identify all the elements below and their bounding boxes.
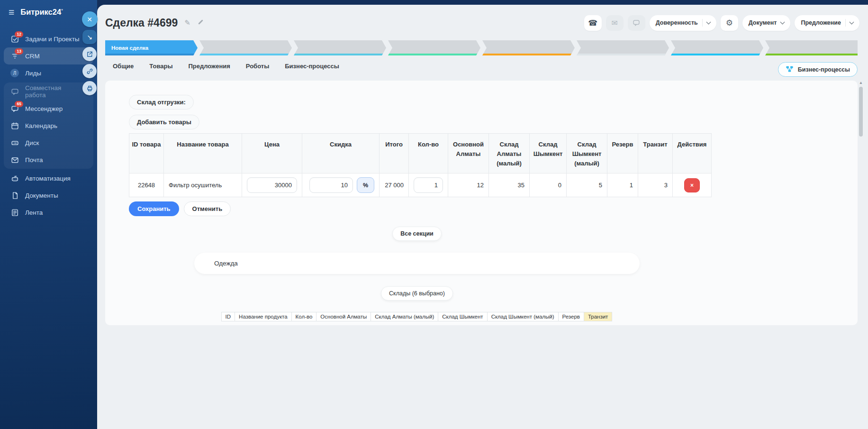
sidebar-item-collaboration[interactable]: Совместная работа	[4, 83, 93, 100]
stage-6[interactable]	[577, 40, 669, 55]
main-almaty-stock: 12	[448, 173, 489, 197]
delete-row-button[interactable]: ×	[684, 178, 700, 192]
col-product-name: Название товара	[164, 134, 242, 173]
chevron-down-icon	[706, 19, 711, 24]
settings-gear-button[interactable]: ⚙	[721, 15, 738, 31]
sidebar-item-label: Почта	[25, 156, 43, 164]
collaboration-group: Совместная работа 65 Мессенджер Календар…	[4, 82, 93, 169]
tasks-badge: 12	[15, 31, 23, 37]
open-new-window-icon[interactable]	[82, 47, 97, 61]
sidebar-item-leads[interactable]: Л Лиды	[4, 64, 93, 82]
save-button[interactable]: Сохранить	[129, 201, 179, 216]
tab-business-processes[interactable]: Бизнес-процессы	[285, 63, 339, 70]
tab-general[interactable]: Общие	[113, 63, 134, 70]
stage-7[interactable]	[671, 40, 763, 55]
stage-5[interactable]	[482, 40, 575, 55]
shipment-warehouse-button[interactable]: Склад отгрузки:	[129, 95, 194, 110]
documents-icon	[10, 191, 19, 200]
transit-value: 3	[638, 173, 673, 197]
sidebar-item-label: Мессенджер	[25, 105, 63, 112]
discount-cell: %	[302, 173, 380, 197]
sidebar-item-calendar[interactable]: Календарь	[4, 117, 93, 134]
total-value: 27 000	[380, 173, 409, 197]
sidebar-item-documents[interactable]: Документы	[4, 187, 93, 204]
chevron-down-icon	[780, 19, 785, 24]
all-sections-button[interactable]: Все секции	[392, 227, 442, 241]
sidebar-item-messenger[interactable]: 65 Мессенджер	[4, 100, 93, 117]
deal-header: Сделка #4699 ✎ ☎ ✉ Доверенность ⚙ Докуме…	[105, 13, 859, 32]
minimize-icon[interactable]: ↘	[82, 30, 97, 44]
deal-stage-bar: Новая сделка	[105, 40, 858, 55]
sidebar-item-crm[interactable]: 13 CRM	[4, 47, 93, 64]
sidebar-item-feed[interactable]: Лента	[4, 204, 93, 221]
sidebar-item-label: CRM	[25, 53, 40, 60]
add-products-button[interactable]: Добавить товары	[129, 115, 199, 129]
price-input[interactable]	[247, 177, 297, 193]
email-button[interactable]: ✉	[606, 15, 624, 31]
content-scrollbar: ▲	[858, 81, 864, 325]
sidebar-item-drive[interactable]: Диск	[4, 134, 93, 151]
quantity-input[interactable]	[414, 177, 443, 193]
stage-4[interactable]	[388, 40, 480, 55]
copy-link-icon[interactable]	[82, 64, 97, 78]
chevron-down-icon	[850, 19, 854, 24]
crm-icon: 13	[10, 52, 19, 60]
sidebar-item-tasks[interactable]: 12 Задачи и Проекты	[4, 30, 93, 47]
feed-icon	[10, 208, 19, 217]
col-total: Итого	[380, 134, 409, 173]
stage-new-deal[interactable]: Новая сделка	[105, 40, 198, 55]
print-icon[interactable]	[82, 81, 97, 95]
app-logo[interactable]: Битрикс24°	[20, 8, 63, 17]
deal-tabs: Общие Товары Предложения Роботы Бизнес-п…	[113, 63, 339, 70]
power-of-attorney-button[interactable]: Доверенность	[650, 15, 716, 31]
tab-proposals[interactable]: Предложения	[189, 63, 230, 70]
hamburger-menu-icon[interactable]: ≡	[9, 7, 14, 17]
scroll-up-icon[interactable]: ▲	[858, 81, 864, 85]
mini-col-product-name: Название продукта	[235, 312, 292, 321]
sidebar-item-mail[interactable]: Почта	[4, 151, 93, 168]
shymkent-stock: 0	[530, 173, 567, 197]
document-button[interactable]: Документ	[742, 15, 791, 31]
category-label: Одежда	[214, 260, 238, 267]
catalog-table-header: ID Название продукта Кол-во Основной Алм…	[222, 312, 613, 321]
col-quantity: Кол-во	[409, 134, 448, 173]
col-reserve: Резерв	[607, 134, 638, 173]
sidebar-item-automation[interactable]: Автоматизация	[4, 170, 93, 187]
proposal-button[interactable]: Предложение	[795, 15, 859, 31]
chat-button[interactable]	[628, 15, 645, 31]
business-processes-button[interactable]: Бизнес-процессы	[778, 62, 858, 77]
sidebar-item-label: Лиды	[25, 70, 41, 77]
warehouses-filter-button[interactable]: Склады (6 выбрано)	[381, 286, 453, 301]
flowchart-icon	[786, 66, 794, 73]
tab-products[interactable]: Товары	[149, 63, 172, 70]
stage-2[interactable]	[199, 40, 292, 55]
tab-robots[interactable]: Роботы	[246, 63, 269, 70]
stage-3[interactable]	[294, 40, 386, 55]
stage-8[interactable]	[765, 40, 858, 55]
products-table: ID товара Название товара Цена Скидка Ит…	[129, 133, 712, 197]
col-main-almaty: Основной Алматы	[448, 134, 489, 173]
mini-col-quantity: Кол-во	[291, 312, 317, 321]
close-icon[interactable]: ✕	[82, 11, 98, 27]
call-button[interactable]: ☎	[584, 15, 602, 31]
header-actions: ☎ ✉ Доверенность ⚙ Документ Предложение	[584, 15, 859, 31]
form-buttons: Сохранить Отменить	[129, 201, 231, 216]
product-id: 22648	[129, 173, 164, 197]
crm-badge: 13	[15, 48, 23, 55]
cancel-button[interactable]: Отменить	[184, 201, 231, 216]
mail-icon	[10, 155, 19, 164]
col-actions: Действия	[673, 134, 712, 173]
slider-side-controls: ✕ ↘	[81, 11, 98, 95]
col-price: Цена	[242, 134, 302, 173]
category-accordion[interactable]: Одежда	[194, 253, 640, 274]
edit-title-icon[interactable]: ✎	[184, 18, 190, 27]
products-section-card: Склад отгрузки: Добавить товары ID товар…	[105, 81, 858, 325]
scrollbar-thumb[interactable]	[859, 87, 863, 137]
reserve-value: 1	[607, 173, 638, 197]
sidebar-item-label: Задачи и Проекты	[25, 36, 80, 43]
drive-icon	[10, 138, 19, 147]
link-icon[interactable]	[197, 18, 204, 27]
discount-unit-button[interactable]: %	[357, 177, 374, 193]
col-product-id: ID товара	[129, 134, 164, 173]
discount-input[interactable]	[309, 177, 353, 193]
